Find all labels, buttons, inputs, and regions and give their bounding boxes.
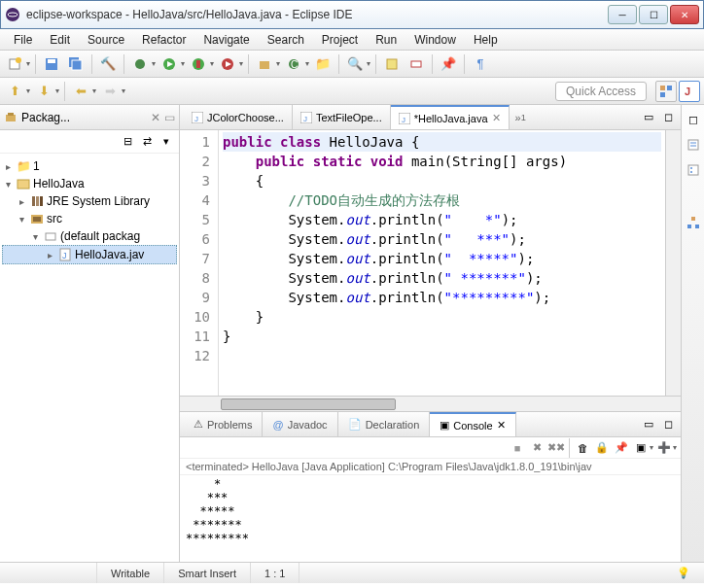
close-button[interactable]: ✕: [670, 5, 699, 24]
maximize-editor-button[interactable]: ◻: [659, 109, 677, 126]
menu-navigate[interactable]: Navigate: [195, 31, 257, 49]
tree-label: HelloJava: [33, 177, 85, 190]
code-editor[interactable]: 1 -2 3 4 5 6 7 8 9 10 11 12 public class…: [180, 130, 681, 396]
menu-refactor[interactable]: Refactor: [134, 31, 194, 49]
back-button[interactable]: ⬅: [70, 81, 91, 102]
restore-button[interactable]: ◻: [685, 111, 702, 128]
editor-tab-textfileope[interactable]: J TextFileOpe...: [293, 105, 391, 129]
scroll-thumb[interactable]: [221, 398, 396, 410]
vertical-scrollbar[interactable]: [665, 130, 681, 396]
tab-console[interactable]: ▣Console✕: [430, 412, 515, 436]
open-perspective-button[interactable]: [655, 81, 677, 102]
close-icon[interactable]: ✕: [497, 419, 506, 432]
debug-button[interactable]: [129, 53, 151, 75]
tab-declaration[interactable]: 📄Declaration: [338, 412, 431, 436]
minimize-bottom-button[interactable]: ▭: [640, 416, 657, 433]
new-folder-button[interactable]: 📁: [312, 53, 334, 75]
pin-console-button[interactable]: 📌: [613, 439, 630, 457]
search-button[interactable]: 🔍: [344, 53, 366, 75]
menu-help[interactable]: Help: [466, 31, 506, 49]
hierarchy-icon[interactable]: [685, 214, 702, 231]
expander-icon[interactable]: ▾: [29, 231, 41, 242]
expander-icon[interactable]: ▸: [16, 196, 27, 207]
console-output[interactable]: * *** ***** ******* *********: [180, 475, 681, 562]
expander-icon[interactable]: ▸: [2, 161, 14, 172]
new-button[interactable]: [4, 53, 25, 75]
code-area[interactable]: public class HelloJava { public static v…: [219, 130, 665, 396]
library-icon: [29, 193, 45, 209]
build-button[interactable]: 🔨: [97, 53, 119, 75]
tab-javadoc[interactable]: @Javadoc: [263, 412, 337, 436]
java-file-icon: J: [57, 247, 73, 262]
collapse-all-button[interactable]: ⊟: [119, 133, 136, 151]
minimize-button[interactable]: ─: [608, 5, 637, 24]
close-icon[interactable]: ✕: [151, 111, 160, 124]
package-icon: [4, 111, 18, 124]
next-annotation-button[interactable]: ⬇: [33, 81, 54, 102]
forward-button[interactable]: ➡: [99, 81, 121, 102]
editor-tabs: J JColorChoose... J TextFileOpe... J *He…: [180, 105, 681, 130]
menu-file[interactable]: File: [6, 31, 40, 49]
ext-tools-button[interactable]: [217, 53, 238, 75]
svg-rect-5: [48, 59, 55, 63]
tree-item-jre[interactable]: ▸ JRE System Library: [2, 192, 177, 210]
annotation-button[interactable]: [405, 53, 427, 75]
save-all-button[interactable]: [65, 53, 87, 75]
horizontal-scrollbar[interactable]: [180, 396, 681, 411]
prev-annotation-button[interactable]: ⬆: [4, 81, 25, 102]
bottom-tabs: ⚠Problems @Javadoc 📄Declaration ▣Console…: [180, 412, 681, 437]
scroll-lock-button[interactable]: 🔒: [593, 439, 611, 457]
menu-source[interactable]: Source: [80, 31, 132, 49]
tree-item-hellojava[interactable]: ▾ HelloJava: [2, 175, 177, 192]
save-button[interactable]: [41, 53, 62, 75]
quick-access-input[interactable]: Quick Access: [555, 82, 647, 101]
toggle-button[interactable]: [381, 53, 403, 75]
expander-icon[interactable]: ▸: [44, 250, 55, 260]
status-writable: Writable: [97, 563, 164, 583]
status-icon[interactable]: 💡: [663, 563, 704, 583]
display-console-button[interactable]: ▣: [632, 439, 650, 457]
open-console-button[interactable]: ➕: [655, 439, 673, 457]
tree-item-src[interactable]: ▾ src: [2, 210, 177, 227]
java-file-icon: J: [192, 112, 203, 123]
minimize-editor-button[interactable]: ▭: [640, 109, 657, 126]
menu-search[interactable]: Search: [260, 31, 312, 49]
more-tabs-button[interactable]: »1: [510, 105, 532, 129]
tab-problems[interactable]: ⚠Problems: [184, 412, 263, 436]
fold-marker[interactable]: -2: [182, 152, 210, 171]
package-explorer-tab[interactable]: Packag... ✕ ▭: [0, 105, 179, 130]
remove-all-button[interactable]: ✖✖: [547, 439, 565, 457]
pilcrow-button[interactable]: ¶: [470, 53, 491, 75]
view-menu-button[interactable]: ▾: [158, 133, 175, 151]
java-file-icon: J: [300, 112, 312, 123]
menu-project[interactable]: Project: [314, 31, 366, 49]
clear-console-button[interactable]: 🗑: [574, 439, 591, 457]
close-icon[interactable]: ✕: [492, 112, 501, 124]
task-list-icon[interactable]: [685, 136, 702, 154]
titlebar: eclipse-workspace - HelloJava/src/HelloJ…: [0, 0, 704, 29]
maximize-bottom-button[interactable]: ◻: [659, 416, 677, 433]
java-perspective-button[interactable]: J: [679, 81, 700, 102]
minimize-icon[interactable]: ▭: [164, 111, 175, 124]
expander-icon[interactable]: ▾: [16, 214, 27, 225]
remove-launch-button[interactable]: ✖: [528, 439, 546, 457]
editor-tab-jcolorchoose[interactable]: J JColorChoose...: [184, 105, 293, 129]
link-editor-button[interactable]: ⇄: [138, 133, 156, 151]
outline-icon[interactable]: [685, 161, 702, 179]
maximize-button[interactable]: ☐: [639, 5, 668, 24]
run-button[interactable]: [158, 53, 180, 75]
terminate-button[interactable]: ■: [509, 439, 526, 457]
svg-rect-24: [6, 115, 16, 121]
menu-edit[interactable]: Edit: [42, 31, 78, 49]
tree-item-default-package[interactable]: ▾ (default packag: [2, 227, 177, 245]
menu-run[interactable]: Run: [368, 31, 405, 49]
tree-item-hellojava-java[interactable]: ▸ J HelloJava.jav: [2, 245, 177, 264]
new-class-button[interactable]: C: [283, 53, 304, 75]
pin-button[interactable]: 📌: [438, 53, 459, 75]
coverage-button[interactable]: [188, 53, 209, 75]
new-package-button[interactable]: [254, 53, 275, 75]
expander-icon[interactable]: ▾: [2, 179, 14, 190]
menu-window[interactable]: Window: [406, 31, 464, 49]
tree-item-1[interactable]: ▸ 📁 1: [2, 157, 177, 175]
editor-tab-hellojava[interactable]: J *HelloJava.java ✕: [391, 105, 510, 129]
